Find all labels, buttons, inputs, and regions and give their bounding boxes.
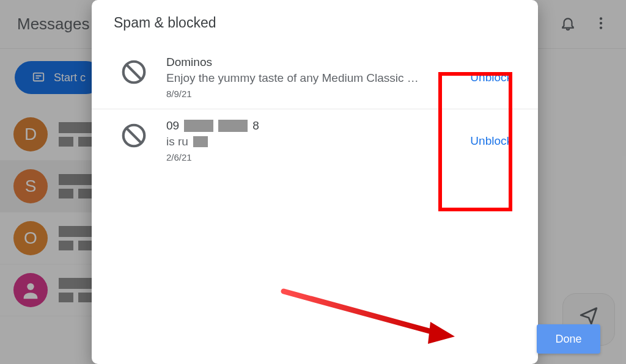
blocked-list: DominosEnjoy the yummy taste of any Medi…	[92, 37, 538, 172]
blocked-item-text: 098is ru2/6/21	[166, 119, 460, 162]
blocked-item: 098is ru2/6/21Unblock	[92, 109, 538, 172]
blocked-item-preview: is ru	[166, 135, 460, 148]
dialog-title: Spam & blocked	[92, 13, 538, 37]
blocked-item-text: DominosEnjoy the yummy taste of any Medi…	[166, 56, 460, 99]
block-icon	[120, 122, 148, 150]
svg-line-8	[127, 128, 142, 144]
blocked-item-date: 2/6/21	[166, 152, 460, 162]
unblock-button[interactable]: Unblock	[466, 133, 516, 149]
blocked-item-date: 8/9/21	[166, 89, 460, 99]
done-button[interactable]: Done	[537, 324, 600, 354]
spam-blocked-dialog: Spam & blocked DominosEnjoy the yummy ta…	[92, 0, 538, 364]
blocked-item-preview: Enjoy the yummy taste of any Medium Clas…	[166, 71, 460, 85]
blocked-item: DominosEnjoy the yummy taste of any Medi…	[92, 46, 538, 109]
block-icon	[120, 58, 148, 86]
blocked-item-name: 098	[166, 119, 460, 133]
svg-line-6	[127, 65, 142, 80]
blocked-item-name: Dominos	[166, 56, 460, 69]
unblock-button[interactable]: Unblock	[466, 70, 516, 86]
